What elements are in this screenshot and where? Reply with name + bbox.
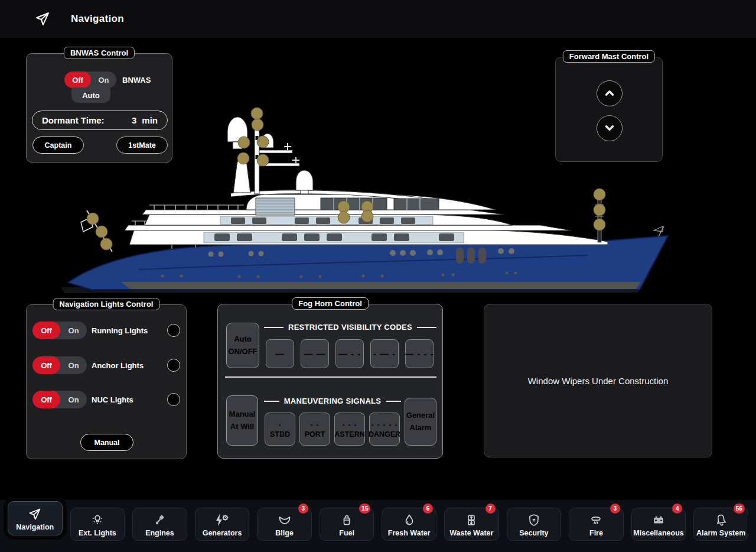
general-alarm-button[interactable]: General Alarm xyxy=(405,398,436,446)
bnwas-toggle-off[interactable]: Off xyxy=(64,72,91,88)
port-signal-button[interactable]: - - PORT xyxy=(299,413,330,446)
toggle-on[interactable]: On xyxy=(60,326,87,335)
captain-button[interactable]: Captain xyxy=(32,137,84,154)
visibility-code-1-button[interactable]: — xyxy=(266,339,294,368)
morse-code: — xyxy=(275,349,285,359)
restricted-visibility-heading: RESTRICTED VISIBILITY CODES xyxy=(264,323,436,332)
bolt-gear-icon xyxy=(214,512,230,528)
anchor-lights-info-button[interactable]: i xyxy=(167,359,180,372)
visibility-code-4-button[interactable]: - — - xyxy=(370,339,399,368)
forward-mast-panel-title: Forward Mast Control xyxy=(563,50,655,63)
bilge-badge: 3 xyxy=(298,504,308,514)
tab-ext-lights[interactable]: Ext. Lights xyxy=(70,508,125,541)
danger-signal-button[interactable]: - - - - - DANGER xyxy=(369,413,400,446)
tab-fuel[interactable]: 15 Fuel xyxy=(320,508,374,541)
anchor-lights-label: Anchor Lights xyxy=(92,361,144,370)
fuel-badge: 15 xyxy=(359,504,370,514)
toggle-on[interactable]: On xyxy=(60,395,87,404)
signal-label: DANGER xyxy=(369,430,400,439)
tab-label: Fresh Water xyxy=(388,529,431,537)
tab-label: Navigation xyxy=(16,523,54,531)
tab-navigation[interactable]: Navigation xyxy=(8,501,63,535)
morse-code: - xyxy=(278,420,281,429)
send-icon xyxy=(34,11,51,30)
visibility-code-3-button[interactable]: — - - xyxy=(335,339,364,368)
sundeck-roof xyxy=(142,210,504,215)
anchor-lights-toggle[interactable]: Off On xyxy=(32,356,87,374)
hull-windows xyxy=(456,248,486,264)
fog-horn-auto-button[interactable]: Auto ON/OFF xyxy=(226,323,259,368)
navigation-lights-panel: Navigation Lights Control Off On Running… xyxy=(26,304,187,459)
tab-generators[interactable]: Generators xyxy=(195,508,250,541)
sat-dome-small xyxy=(296,170,313,194)
toggle-on[interactable]: On xyxy=(60,361,87,370)
tab-engines[interactable]: Engines xyxy=(132,508,187,541)
visibility-code-buttons: — — — — - - - — - — - - - xyxy=(266,339,434,368)
toggle-off[interactable]: Off xyxy=(32,391,60,408)
running-lights-row: Off On Running Lights i xyxy=(27,322,186,339)
morse-code: - — - xyxy=(373,349,396,359)
tab-alarm-system[interactable]: 56 Alarm System xyxy=(693,508,748,541)
first-mate-button[interactable]: 1stMate xyxy=(116,137,168,154)
toggle-off[interactable]: Off xyxy=(32,356,60,374)
fog-horn-divider xyxy=(225,376,436,378)
bnwas-toggle-on[interactable]: On xyxy=(91,76,116,85)
toggle-off[interactable]: Off xyxy=(32,322,60,339)
visibility-code-5-button[interactable]: — - - - xyxy=(405,339,434,368)
nuc-lights-row: Off On NUC Lights i xyxy=(27,391,186,408)
nuc-lights-toggle[interactable]: Off On xyxy=(32,391,87,408)
bnwas-label: BNWAS xyxy=(122,76,151,85)
tab-miscellaneous[interactable]: 4 Miscellaneous xyxy=(631,508,686,541)
tab-label: Miscellaneous xyxy=(633,529,683,537)
fog-horn-panel: Fog Horn Control Auto ON/OFF RESTRICTED … xyxy=(217,304,443,459)
tab-bilge[interactable]: 3 Bilge xyxy=(257,508,312,541)
morse-code: - - - - - xyxy=(371,420,397,429)
nuc-lights-info-button[interactable]: i xyxy=(167,393,180,406)
tab-label: Fire xyxy=(589,529,603,537)
tab-label: Alarm System xyxy=(696,529,745,537)
bow-flag xyxy=(654,226,664,236)
upper-deck-floor xyxy=(125,225,571,230)
bnwas-toggle[interactable]: Off On xyxy=(64,72,116,88)
tab-label: Waste Water xyxy=(449,529,493,537)
morse-code: - - xyxy=(310,420,319,429)
fuel-tank-icon xyxy=(340,512,354,528)
morse-code: — - - xyxy=(338,349,361,359)
running-lights-toggle[interactable]: Off On xyxy=(32,322,87,339)
bottom-nav-bar: Navigation Ext. Lights Engines Generator… xyxy=(0,500,756,552)
chevron-down-icon xyxy=(603,121,616,136)
auto-button-line1: Auto xyxy=(234,335,252,343)
bnwas-auto-button[interactable]: Auto xyxy=(71,87,110,103)
tab-fire[interactable]: 3 Fire xyxy=(569,508,624,541)
shield-icon xyxy=(527,512,541,528)
header: Navigation xyxy=(0,0,756,38)
dormant-time-display[interactable]: Dormant Time: 3 min xyxy=(32,111,168,130)
battery-icon xyxy=(651,512,666,528)
forward-mast-panel: Forward Mast Control xyxy=(555,57,663,162)
signal-label: ASTERN xyxy=(334,430,364,439)
maneuvering-signals-heading: MANEUVERING SIGNALS xyxy=(264,397,401,405)
signal-label: PORT xyxy=(305,430,325,439)
tab-security[interactable]: Security xyxy=(507,508,562,541)
signal-label: STBD xyxy=(270,430,290,439)
fog-horn-manual-button[interactable]: Manual At Will xyxy=(226,395,258,446)
sundeck-railing xyxy=(149,205,244,210)
auto-button-line2: ON/OFF xyxy=(228,348,257,356)
tab-fresh-water[interactable]: 6 Fresh Water xyxy=(382,508,436,541)
tab-waste-water[interactable]: 7 Waste Water xyxy=(444,508,499,541)
tab-label: Fuel xyxy=(339,529,354,537)
mast-down-button[interactable] xyxy=(597,115,623,141)
stbd-signal-button[interactable]: - STBD xyxy=(265,413,295,446)
waste-tank-icon xyxy=(464,512,478,528)
running-lights-info-button[interactable]: i xyxy=(167,324,180,337)
bnwas-panel: BNWAS Control Off On BNWAS Auto Dormant … xyxy=(26,53,172,163)
bridge-louvers xyxy=(256,198,295,215)
anchor-lights-row: Off On Anchor Lights i xyxy=(27,356,186,374)
miscellaneous-badge: 4 xyxy=(672,504,682,514)
nuc-lights-label: NUC Lights xyxy=(92,395,133,404)
nav-lights-manual-button[interactable]: Manual xyxy=(80,434,133,451)
visibility-code-2-button[interactable]: — — xyxy=(301,339,329,368)
mast-up-button[interactable] xyxy=(597,80,623,106)
astern-signal-button[interactable]: - - - ASTERN xyxy=(334,413,365,446)
main-content: BNWAS Control Off On BNWAS Auto Dormant … xyxy=(0,38,756,500)
